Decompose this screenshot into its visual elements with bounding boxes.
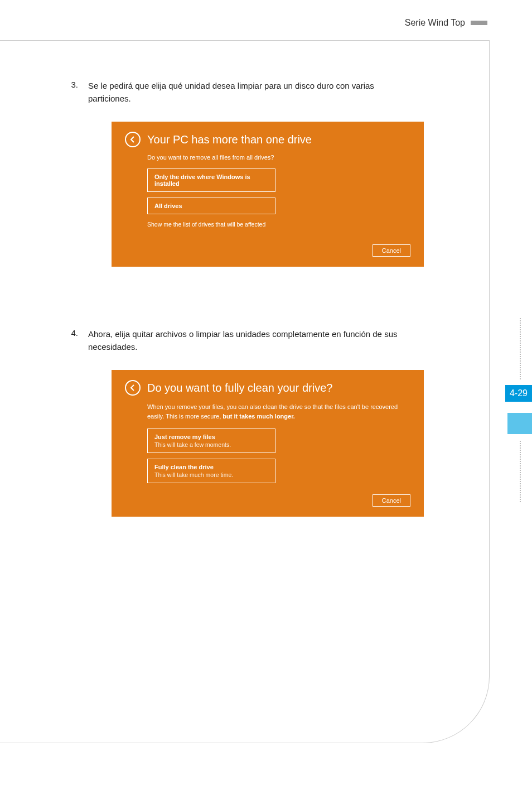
option-sublabel: This will take a few moments. bbox=[154, 441, 268, 448]
panel-description: When you remove your files, you can also… bbox=[147, 402, 410, 421]
option-just-remove-files[interactable]: Just remove my files This will take a fe… bbox=[147, 429, 275, 453]
option-all-drives[interactable]: All drives bbox=[147, 198, 275, 214]
clean-drive-panel: Do you want to fully clean your drive? W… bbox=[112, 370, 424, 517]
step-4: 4. Ahora, elija quitar archivos o limpia… bbox=[67, 328, 456, 517]
panel-subtitle: Do you want to remove all files from all… bbox=[147, 154, 410, 161]
step-number: 3. bbox=[67, 80, 78, 105]
cancel-button[interactable]: Cancel bbox=[373, 244, 410, 257]
dotted-line-decoration bbox=[520, 441, 521, 502]
dotted-line-decoration bbox=[520, 318, 521, 379]
cancel-button[interactable]: Cancel bbox=[373, 494, 410, 507]
back-arrow-icon[interactable] bbox=[125, 380, 141, 396]
option-label: Only the drive where Windows is installe… bbox=[154, 174, 268, 187]
show-drives-link[interactable]: Show me the list of drives that will be … bbox=[147, 221, 410, 228]
panel-title: Do you want to fully clean your drive? bbox=[147, 382, 332, 394]
header-title: Serie Wind Top bbox=[405, 18, 465, 28]
page-tab-decoration bbox=[507, 413, 532, 434]
drive-selection-panel: Your PC has more than one drive Do you w… bbox=[112, 122, 424, 267]
option-label: Fully clean the drive bbox=[154, 464, 268, 470]
option-sublabel: This will take much more time. bbox=[154, 471, 268, 478]
header-decoration bbox=[471, 21, 487, 25]
page-number-tab: 4-29 bbox=[505, 385, 532, 402]
content-frame: 3. Se le pedirá que elija qué unidad des… bbox=[0, 40, 490, 743]
page-header: Serie Wind Top bbox=[405, 18, 487, 28]
panel-title: Your PC has more than one drive bbox=[147, 133, 312, 146]
option-only-windows-drive[interactable]: Only the drive where Windows is installe… bbox=[147, 169, 275, 192]
step-3: 3. Se le pedirá que elija qué unidad des… bbox=[67, 80, 456, 267]
back-arrow-icon[interactable] bbox=[125, 132, 141, 147]
option-fully-clean-drive[interactable]: Fully clean the drive This will take muc… bbox=[147, 459, 275, 483]
step-number: 4. bbox=[67, 328, 78, 353]
option-label: All drives bbox=[154, 203, 268, 209]
step-text: Ahora, elija quitar archivos o limpiar l… bbox=[88, 328, 400, 353]
option-label: Just remove my files bbox=[154, 434, 268, 440]
step-text: Se le pedirá que elija qué unidad desea … bbox=[88, 80, 400, 105]
